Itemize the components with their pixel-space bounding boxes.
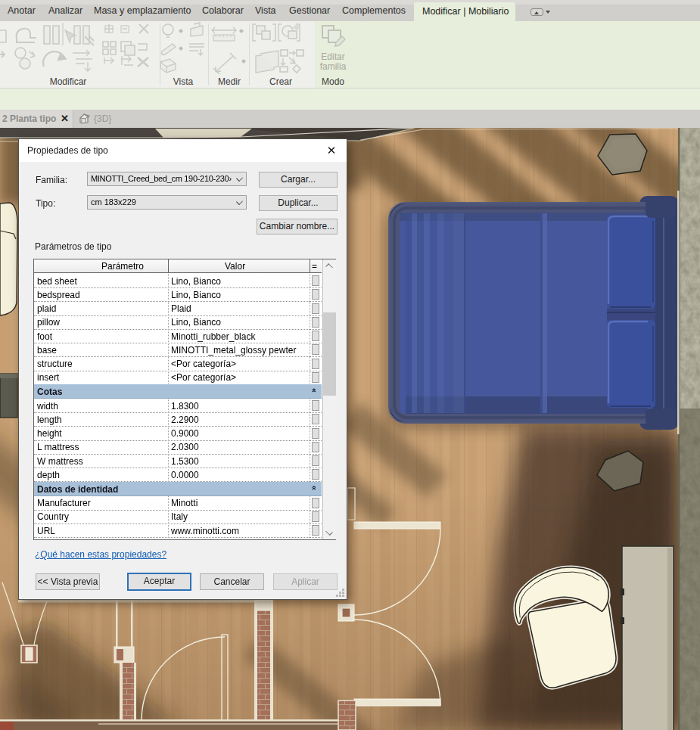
svg-text:familia: familia: [320, 61, 347, 72]
svg-text:Editar: Editar: [321, 51, 344, 62]
